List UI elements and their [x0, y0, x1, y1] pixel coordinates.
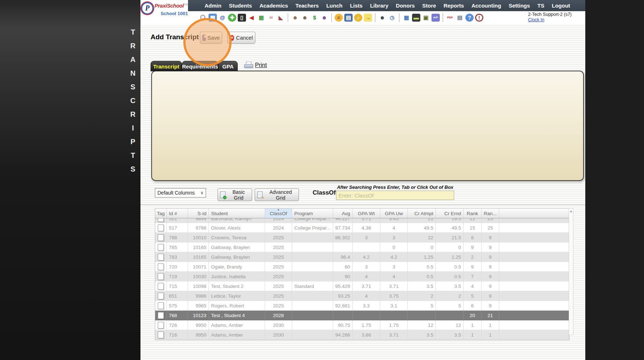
megaphone-icon[interactable]: ◣ — [277, 14, 285, 22]
table-row[interactable]: 6519986Lettice, Taylor202593.2543.752259 — [155, 291, 569, 301]
library-icon[interactable]: ▤ — [344, 14, 353, 22]
row-tag-checkbox[interactable] — [158, 225, 164, 231]
app-logo[interactable]: P PraxiSchoolTM School 1001 — [140, 0, 188, 25]
column-header[interactable]: Cr Ernd — [436, 209, 464, 218]
nav-item-library[interactable]: Library — [370, 3, 388, 9]
clock-in-link[interactable]: Clock In — [528, 17, 544, 22]
table-row[interactable]: 7269950Adams, Amber203090.751.751.751212… — [155, 320, 569, 330]
nav-item-logout[interactable]: Logout — [552, 3, 570, 9]
clock-icon[interactable]: ◷ — [388, 14, 396, 22]
bell-icon[interactable]: ♪ — [354, 14, 362, 22]
table-cell: 5 — [408, 301, 436, 310]
row-tag-checkbox[interactable] — [158, 332, 164, 338]
classof-search-input[interactable] — [336, 191, 454, 200]
staff-icon[interactable]: ☻ — [378, 14, 386, 22]
table-cell: 5 — [464, 291, 482, 301]
table-row[interactable]: 5759965Rogers, Robert202592.8813.33.1556… — [155, 301, 569, 311]
tab-gpa[interactable]: GPA — [218, 61, 238, 71]
table-cell: Cravens, Teresa — [209, 233, 265, 242]
student-icon[interactable]: ☻ — [301, 14, 309, 22]
column-header[interactable]: Ran... — [482, 209, 499, 218]
alert-icon[interactable]: ! — [475, 14, 483, 22]
nav-item-lunch[interactable]: Lunch — [326, 3, 343, 9]
money-icon[interactable]: $ — [310, 14, 319, 22]
row-tag-checkbox[interactable] — [158, 218, 164, 222]
row-tag-checkbox[interactable] — [158, 312, 164, 319]
table-row[interactable]: 7169950Adams, Amber203094.2863.863.713.5… — [155, 330, 569, 340]
row-tag-checkbox[interactable] — [158, 263, 164, 270]
column-header[interactable]: Cr Atmpt — [408, 209, 436, 218]
pdf-icon[interactable]: PDF — [446, 14, 454, 22]
scroll-up-icon[interactable]: ▲ — [569, 209, 573, 214]
lunch-icon[interactable]: ≡ — [335, 14, 343, 22]
cash-register-icon[interactable]: ▣ — [422, 14, 430, 22]
save-button[interactable]: Save — [200, 32, 222, 44]
nav-item-store[interactable]: Store — [422, 3, 436, 9]
family-icon[interactable]: ☻ — [320, 14, 328, 22]
check-card-icon[interactable]: ▬ — [412, 14, 420, 22]
tab-requirements[interactable]: Requirements — [182, 61, 218, 71]
nav-item-reports[interactable]: Reports — [443, 3, 464, 9]
table-row[interactable]: 5179788Glover, Alexis2024College Prepar.… — [155, 223, 569, 233]
table-row[interactable]: 5219899Barnhardt, Kamlyn2024College Prep… — [155, 218, 569, 223]
table-row[interactable]: 71510098Test, Student 22025Standard95.42… — [155, 281, 569, 291]
nav-item-accounting[interactable]: Accounting — [471, 3, 501, 9]
email-icon[interactable]: @ — [218, 14, 227, 22]
nav-item-admin[interactable]: Admin — [205, 3, 222, 9]
nav-item-settings[interactable]: Settings — [509, 3, 530, 9]
help-icon[interactable]: ? — [465, 14, 474, 22]
ledger-table-icon[interactable]: ▦ — [402, 14, 411, 22]
cancel-button[interactable]: ✕ Cancel — [227, 32, 255, 44]
table-row[interactable]: 72010071Ogale, Brandy202580330.50.599 — [155, 262, 569, 272]
column-header[interactable]: ClassOf▲ — [265, 209, 292, 218]
print-link[interactable]: Print — [244, 62, 267, 69]
row-tag-checkbox[interactable] — [158, 283, 164, 290]
send-message-icon[interactable]: → — [364, 14, 372, 22]
column-header[interactable]: Id # — [167, 209, 188, 218]
row-tag-checkbox[interactable] — [158, 254, 164, 261]
calendar-grid-icon[interactable]: ▦ — [257, 14, 265, 22]
tab-transcript[interactable]: Transcript — [151, 61, 182, 71]
table-row[interactable]: 76810123Test , Student 420282021 — [155, 311, 569, 320]
sound-icon[interactable]: ◀ — [247, 14, 256, 22]
column-header[interactable]: Program — [292, 209, 333, 218]
nav-item-academics[interactable]: Academics — [259, 3, 288, 9]
row-tag-checkbox[interactable] — [158, 244, 164, 251]
table-scrollbar[interactable]: ▲ — [569, 208, 573, 335]
row-tag-checkbox[interactable] — [158, 273, 164, 280]
row-tag-checkbox[interactable] — [158, 293, 164, 299]
chat-add-icon[interactable]: ✚ — [228, 14, 236, 22]
column-header[interactable]: Avg — [333, 209, 353, 218]
row-tag-checkbox[interactable] — [158, 234, 164, 241]
table-cell: 1 — [482, 330, 499, 339]
calendar-date-icon[interactable]: 12 — [267, 14, 275, 22]
nav-item-donors[interactable]: Donors — [396, 3, 415, 9]
search-hint: After Searching Press Enter, Tab or Clic… — [336, 185, 454, 190]
column-header[interactable] — [499, 209, 569, 218]
nav-item-lists[interactable]: Lists — [350, 3, 363, 9]
table-row[interactable]: 71910030Justice, Isabella202590440.50.57… — [155, 272, 569, 281]
column-header[interactable]: Rank — [464, 209, 482, 218]
advanced-grid-button[interactable]: ✎ Advanced Grid — [255, 188, 299, 201]
row-tag-checkbox[interactable] — [158, 322, 164, 329]
print-report-icon[interactable]: ▤ — [456, 14, 464, 22]
column-header[interactable]: GPA Uw — [380, 209, 408, 218]
nav-item-ts[interactable]: TS — [537, 3, 544, 9]
search-icon[interactable] — [199, 14, 207, 22]
nav-item-teachers[interactable]: Teachers — [295, 3, 319, 9]
nav-item-students[interactable]: Students — [229, 3, 252, 9]
column-header[interactable]: S-Id — [188, 209, 209, 218]
column-header[interactable]: Student — [209, 209, 265, 218]
table-row[interactable]: 78310165Galloway, Braylen202596.44.24.21… — [155, 252, 569, 262]
row-tag-checkbox[interactable] — [158, 302, 164, 309]
accounts-payable-icon[interactable]: A/P — [431, 14, 440, 22]
schedule-calendar-icon[interactable]: ▦ — [209, 14, 217, 22]
columns-select[interactable]: Default Columns∨ — [155, 188, 206, 197]
table-row[interactable]: 78510165Galloway, Braylen202500099 — [155, 243, 569, 252]
column-header[interactable]: Tag — [155, 209, 167, 218]
mobile-phone-icon[interactable]: ▯ — [238, 14, 246, 22]
table-row[interactable]: 79810010Cravens, Teresa202586.302332221.… — [155, 233, 569, 243]
column-header[interactable]: GPA Wt — [353, 209, 380, 218]
add-student-icon[interactable]: ☻ — [291, 14, 299, 22]
basic-grid-button[interactable]: Basic Grid — [218, 188, 252, 201]
